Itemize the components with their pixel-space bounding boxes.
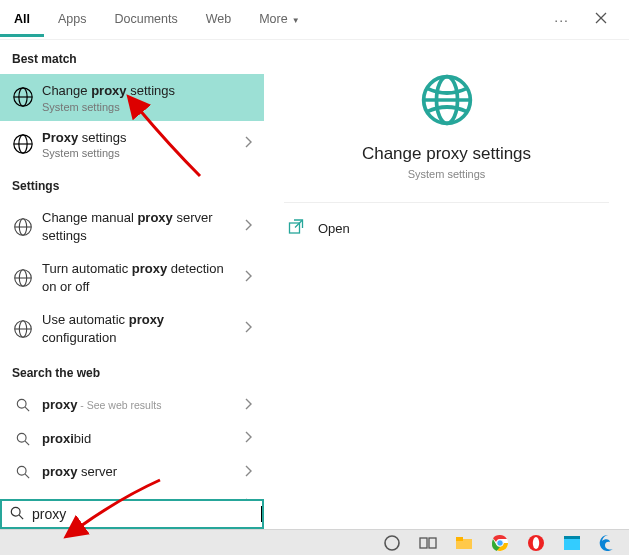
search-icon — [10, 432, 36, 446]
svg-point-34 — [385, 536, 399, 550]
open-icon — [288, 219, 304, 238]
globe-icon — [10, 86, 36, 108]
edge-icon[interactable] — [599, 534, 617, 552]
web-result-proxy[interactable]: proxy - See web results — [0, 388, 264, 422]
globe-icon — [284, 72, 609, 128]
web-result-proxibid[interactable]: proxibid — [0, 422, 264, 456]
result-proxy-settings[interactable]: Proxy settings System settings — [0, 121, 264, 168]
section-best-match: Best match — [0, 40, 264, 74]
svg-line-18 — [25, 407, 29, 411]
svg-point-43 — [533, 537, 539, 549]
app-icon[interactable] — [563, 534, 581, 552]
chevron-right-icon[interactable] — [236, 136, 252, 151]
result-title: proxibid — [42, 430, 236, 448]
preview-title: Change proxy settings — [284, 144, 609, 164]
file-explorer-icon[interactable] — [455, 534, 473, 552]
tab-web[interactable]: Web — [192, 2, 245, 37]
svg-rect-45 — [564, 536, 580, 539]
close-icon — [595, 12, 607, 24]
search-box[interactable] — [0, 499, 264, 529]
close-button[interactable] — [581, 12, 621, 27]
section-settings: Settings — [0, 167, 264, 201]
tab-all[interactable]: All — [0, 2, 44, 37]
text-cursor — [261, 506, 262, 522]
result-title: Change manual proxy server settings — [42, 209, 236, 244]
chevron-right-icon[interactable] — [236, 398, 252, 413]
svg-point-32 — [11, 507, 20, 516]
divider — [284, 202, 609, 203]
result-title: Turn automatic proxy detection on or off — [42, 260, 236, 295]
globe-icon — [10, 318, 36, 340]
search-filter-tabs: All Apps Documents Web More▼ ··· — [0, 0, 629, 40]
result-change-manual-proxy[interactable]: Change manual proxy server settings — [0, 201, 264, 252]
taskbar — [0, 529, 629, 555]
tab-apps[interactable]: Apps — [44, 2, 101, 37]
chevron-down-icon: ▼ — [292, 16, 300, 25]
section-search-web: Search the web — [0, 354, 264, 388]
web-result-proxy-server[interactable]: proxy server — [0, 455, 264, 489]
svg-line-31 — [295, 221, 302, 228]
svg-point-17 — [17, 399, 26, 408]
opera-icon[interactable] — [527, 534, 545, 552]
result-use-auto-proxy[interactable]: Use automatic proxy configuration — [0, 303, 264, 354]
globe-icon — [10, 267, 36, 289]
tab-more[interactable]: More▼ — [245, 2, 313, 37]
chevron-right-icon[interactable] — [236, 465, 252, 480]
search-icon — [10, 465, 36, 479]
svg-line-20 — [25, 441, 29, 445]
svg-point-21 — [17, 467, 26, 476]
svg-rect-35 — [420, 538, 427, 548]
result-title: Change proxy settings — [42, 82, 252, 100]
cortana-icon[interactable] — [383, 534, 401, 552]
open-label: Open — [318, 221, 350, 236]
globe-icon — [10, 216, 36, 238]
open-button[interactable]: Open — [284, 213, 609, 244]
result-title: proxy - See web results — [42, 396, 236, 414]
search-icon — [2, 506, 32, 523]
svg-line-22 — [25, 474, 29, 478]
result-title: Proxy settings — [42, 129, 236, 147]
svg-point-19 — [17, 433, 26, 442]
chevron-right-icon[interactable] — [236, 270, 252, 285]
result-change-proxy-settings[interactable]: Change proxy settings System settings — [0, 74, 264, 121]
task-view-icon[interactable] — [419, 534, 437, 552]
search-icon — [10, 398, 36, 412]
preview-subtitle: System settings — [284, 168, 609, 180]
tab-documents[interactable]: Documents — [100, 2, 191, 37]
result-subtitle: System settings — [42, 147, 236, 159]
chevron-right-icon[interactable] — [236, 321, 252, 336]
results-list: Best match Change proxy settings System … — [0, 40, 264, 499]
more-options-button[interactable]: ··· — [542, 12, 581, 28]
chevron-right-icon[interactable] — [236, 219, 252, 234]
search-input[interactable] — [32, 506, 261, 522]
result-turn-auto-proxy[interactable]: Turn automatic proxy detection on or off — [0, 252, 264, 303]
result-title: proxy server — [42, 463, 236, 481]
globe-icon — [10, 133, 36, 155]
result-subtitle: System settings — [42, 101, 252, 113]
svg-rect-38 — [456, 537, 463, 541]
chrome-icon[interactable] — [491, 534, 509, 552]
svg-line-33 — [19, 515, 23, 519]
chevron-right-icon[interactable] — [236, 431, 252, 446]
svg-rect-36 — [429, 538, 436, 548]
result-title: Use automatic proxy configuration — [42, 311, 236, 346]
preview-pane: Change proxy settings System settings Op… — [264, 40, 629, 499]
web-result-proxy-site[interactable]: proxy site — [0, 489, 264, 499]
